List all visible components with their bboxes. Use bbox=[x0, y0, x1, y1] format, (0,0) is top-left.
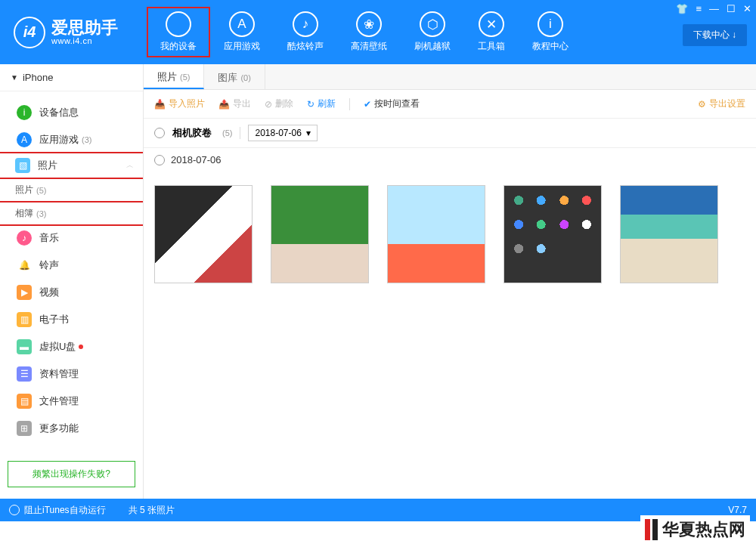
photo-thumbnail[interactable] bbox=[620, 185, 718, 283]
delete-button: ⊘ 删除 bbox=[265, 97, 293, 110]
sidebar-item-data[interactable]: ☰ 资料管理 bbox=[0, 360, 143, 388]
radio-icon bbox=[9, 505, 20, 515]
itunes-block-toggle[interactable]: 阻止iTunes自动运行 bbox=[9, 504, 106, 517]
watermark: 华夏热点网 bbox=[640, 515, 750, 544]
box-icon: ⬡ bbox=[420, 11, 445, 37]
export-settings-button[interactable]: ⚙ 导出设置 bbox=[698, 97, 745, 110]
nav-bar: 我的设备 A 应用游戏 ♪ 酷炫铃声 ❀ 高清壁纸 ⬡ 刷机越狱 ✕ 工具箱 i… bbox=[147, 7, 582, 57]
chevron-down-icon: ▾ bbox=[306, 128, 311, 138]
gear-icon: ⚙ bbox=[698, 99, 706, 110]
sidebar: ▼ iPhone i 设备信息 A 应用游戏 (3) ▧ 照片 ︿ 照片 (5) bbox=[0, 64, 144, 521]
sidebar-item-device-info[interactable]: i 设备信息 bbox=[0, 99, 143, 126]
photo-count: 共 5 张照片 bbox=[129, 504, 175, 517]
sidebar-item-more[interactable]: ⊞ 更多功能 bbox=[0, 415, 143, 442]
tab-photos[interactable]: 照片 (5) bbox=[144, 64, 204, 89]
sidebar-item-udisk[interactable]: ▬ 虚拟U盘 bbox=[0, 333, 143, 360]
info-icon: i bbox=[17, 105, 32, 120]
download-center-button[interactable]: 下载中心 ↓ bbox=[683, 24, 747, 46]
logo-area: i4 爱思助手 www.i4.cn bbox=[0, 17, 132, 48]
close-button[interactable]: ✕ bbox=[743, 3, 751, 14]
nav-ringtones[interactable]: ♪ 酷炫铃声 bbox=[274, 7, 337, 57]
nav-flash[interactable]: ⬡ 刷机越狱 bbox=[401, 7, 464, 57]
sidebar-item-ebooks[interactable]: ▥ 电子书 bbox=[0, 306, 143, 333]
apple-icon bbox=[166, 11, 191, 37]
window-controls: 👕 ≡ — ☐ ✕ bbox=[676, 3, 751, 14]
sidebar-item-ringtones[interactable]: 🔔 铃声 bbox=[0, 252, 143, 279]
tab-gallery[interactable]: 图库 (0) bbox=[204, 64, 265, 89]
wrench-icon: ✕ bbox=[479, 11, 504, 37]
filter-bar: 相机胶卷 (5) 2018-07-06 ▾ bbox=[144, 119, 756, 148]
sidebar-item-files[interactable]: ▤ 文件管理 bbox=[0, 388, 143, 415]
import-icon: 📥 bbox=[154, 99, 166, 110]
logo-subtitle: www.i4.cn bbox=[51, 36, 118, 45]
view-by-time-button[interactable]: ✔ 按时间查看 bbox=[364, 97, 420, 110]
apps-icon: A bbox=[229, 11, 255, 37]
export-icon: 📤 bbox=[218, 99, 230, 110]
chevron-down-icon: ▼ bbox=[11, 73, 18, 82]
music-icon: ♪ bbox=[17, 230, 32, 246]
nav-my-device[interactable]: 我的设备 bbox=[147, 7, 210, 57]
select-group-radio[interactable] bbox=[154, 155, 165, 165]
photo-thumbnail[interactable] bbox=[154, 185, 253, 283]
bell-icon: 🔔 bbox=[17, 258, 32, 273]
separator bbox=[240, 127, 240, 139]
date-selector[interactable]: 2018-07-06 ▾ bbox=[248, 125, 317, 141]
export-button: 📤 导出 bbox=[218, 97, 251, 110]
info-icon: i bbox=[538, 11, 563, 37]
flower-icon: ❀ bbox=[356, 11, 382, 37]
maximize-button[interactable]: ☐ bbox=[727, 3, 736, 14]
device-selector[interactable]: ▼ iPhone bbox=[0, 64, 143, 91]
photo-grid bbox=[144, 172, 756, 297]
separator bbox=[349, 98, 350, 110]
date-group-header[interactable]: 2018-07-06 bbox=[144, 148, 756, 172]
select-all-radio[interactable] bbox=[154, 128, 165, 138]
sidebar-item-music[interactable]: ♪ 音乐 bbox=[0, 224, 143, 252]
logo-title: 爱思助手 bbox=[51, 20, 118, 36]
sidebar-sub-photos[interactable]: 照片 (5) bbox=[0, 178, 143, 202]
nav-tutorials[interactable]: i 教程中心 bbox=[519, 7, 582, 57]
app-header: i4 爱思助手 www.i4.cn 我的设备 A 应用游戏 ♪ 酷炫铃声 ❀ 高… bbox=[0, 0, 756, 64]
check-icon: ✔ bbox=[364, 99, 371, 110]
logo-icon: i4 bbox=[14, 17, 45, 48]
nav-apps[interactable]: A 应用游戏 bbox=[210, 7, 274, 57]
toolbar: 📥 导入照片 📤 导出 ⊘ 删除 ↻ 刷新 ✔ 按时间查看 ⚙ 导 bbox=[144, 90, 756, 119]
bell-icon: ♪ bbox=[293, 11, 318, 37]
chevron-up-icon: ︿ bbox=[126, 160, 134, 171]
photo-thumbnail[interactable] bbox=[387, 185, 485, 283]
book-icon: ▥ bbox=[17, 312, 32, 327]
version-label: V7.7 bbox=[728, 505, 747, 515]
photo-thumbnail[interactable] bbox=[503, 185, 602, 283]
delete-icon: ⊘ bbox=[265, 99, 272, 110]
sidebar-sub-albums[interactable]: 相簿 (3) bbox=[0, 201, 143, 226]
photo-icon: ▧ bbox=[15, 158, 30, 173]
minimize-button[interactable]: — bbox=[709, 3, 719, 14]
nav-wallpapers[interactable]: ❀ 高清壁纸 bbox=[337, 7, 401, 57]
skin-icon[interactable]: 👕 bbox=[676, 3, 688, 14]
refresh-icon: ↻ bbox=[307, 99, 314, 110]
main-content: 照片 (5) 图库 (0) 📥 导入照片 📤 导出 ⊘ 删除 ↻ bbox=[144, 64, 756, 521]
menu-icon[interactable]: ≡ bbox=[696, 3, 702, 14]
sidebar-item-photos[interactable]: ▧ 照片 ︿ bbox=[0, 152, 143, 179]
refresh-button[interactable]: ↻ 刷新 bbox=[307, 97, 336, 110]
photo-thumbnail[interactable] bbox=[271, 185, 369, 283]
apps-icon: A bbox=[17, 132, 32, 147]
album-name: 相机胶卷 bbox=[172, 126, 212, 140]
watermark-icon bbox=[645, 519, 658, 540]
import-button[interactable]: 📥 导入照片 bbox=[154, 97, 205, 110]
files-icon: ▤ bbox=[17, 394, 32, 409]
nav-toolbox[interactable]: ✕ 工具箱 bbox=[464, 7, 519, 57]
sidebar-item-apps[interactable]: A 应用游戏 (3) bbox=[0, 126, 143, 153]
sidebar-item-videos[interactable]: ▶ 视频 bbox=[0, 279, 143, 306]
data-icon: ☰ bbox=[17, 366, 32, 382]
usb-icon: ▬ bbox=[17, 339, 32, 354]
notification-dot bbox=[79, 345, 83, 349]
grid-icon: ⊞ bbox=[17, 421, 32, 436]
video-icon: ▶ bbox=[17, 285, 32, 300]
help-link[interactable]: 频繁出现操作失败? bbox=[8, 461, 135, 487]
tabs: 照片 (5) 图库 (0) bbox=[144, 64, 756, 90]
